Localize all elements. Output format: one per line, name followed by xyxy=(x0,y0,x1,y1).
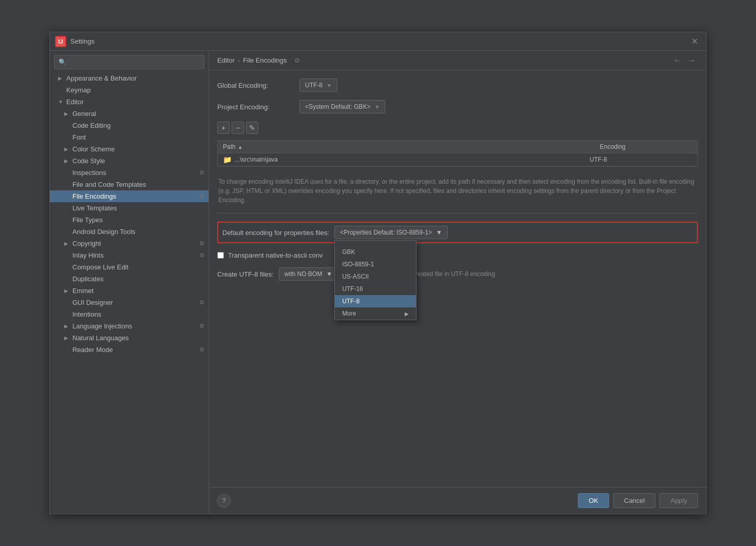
sidebar-item-general[interactable]: ▶General xyxy=(50,108,209,120)
sidebar-item-appearance[interactable]: ▶Appearance & Behavior xyxy=(50,72,209,84)
help-button[interactable]: ? xyxy=(217,494,231,508)
utf8-label: Create UTF-8 files: xyxy=(217,270,274,278)
sidebar-item-label: File Encodings xyxy=(72,192,116,200)
settings-icon: ⚙ xyxy=(199,346,204,353)
app-icon: IJ xyxy=(55,36,66,47)
sidebar-item-file-types[interactable]: File Types xyxy=(50,214,209,226)
sidebar-item-editor[interactable]: ▼Editor xyxy=(50,96,209,108)
project-encoding-dropdown[interactable]: <System Default: GBK> ▼ xyxy=(299,100,385,113)
sidebar-item-label: Compose Live Edit xyxy=(72,263,128,271)
sidebar-item-label: Color Scheme xyxy=(72,145,115,153)
sidebar-item-label: Inlay Hints xyxy=(72,251,104,259)
search-box[interactable]: 🔍 xyxy=(54,55,204,69)
sidebar-item-android-design-tools[interactable]: Android Design Tools xyxy=(50,226,209,238)
title-bar: IJ Settings ✕ xyxy=(50,32,706,51)
cancel-button[interactable]: Cancel xyxy=(613,493,655,508)
close-button[interactable]: ✕ xyxy=(688,35,701,47)
dropdown-option-utf-8[interactable]: UTF-8 xyxy=(335,295,416,307)
table-row[interactable]: 📁 ...\src\main\java UTF-8 xyxy=(218,153,697,166)
sidebar-item-font[interactable]: Font xyxy=(50,131,209,143)
sidebar-item-file-code-templates[interactable]: File and Code Templates xyxy=(50,179,209,190)
back-arrow[interactable]: ← xyxy=(671,55,684,66)
properties-dropdown-arrow: ▼ xyxy=(436,229,442,236)
sidebar-item-label: Copyright xyxy=(72,240,101,247)
project-encoding-row: Project Encoding: <System Default: GBK> … xyxy=(217,100,698,113)
utf8-dropdown[interactable]: with NO BOM ▼ xyxy=(279,267,338,281)
toolbar-row: + − ✎ xyxy=(217,122,698,134)
global-encoding-dropdown[interactable]: UTF-8 ▼ xyxy=(299,79,337,92)
sidebar-item-label: Font xyxy=(72,133,86,141)
sidebar-item-natural-languages[interactable]: ▶Natural Languages xyxy=(50,332,209,344)
sidebar-item-label: Intentions xyxy=(72,310,101,318)
properties-encoding-label: Default encoding for properties files: xyxy=(222,229,329,237)
sidebar-item-code-style[interactable]: ▶Code Style xyxy=(50,155,209,167)
settings-icon: ⚙ xyxy=(199,169,204,176)
properties-dropdown-wrapper: <Properties Default: ISO-8859-1> ▼ GBKIS… xyxy=(334,226,448,239)
transparent-checkbox-label: Transparent native-to-ascii conv xyxy=(228,251,323,259)
sidebar-item-label: Code Editing xyxy=(72,122,110,129)
sidebar-item-code-editing[interactable]: Code Editing xyxy=(50,120,209,131)
sidebar-item-gui-designer[interactable]: GUI Designer⚙ xyxy=(50,297,209,308)
properties-encoding-row: Default encoding for properties files: <… xyxy=(217,222,698,243)
apply-button[interactable]: Apply xyxy=(659,493,698,508)
file-encodings-table: Path ▲ Encoding 📁 ...\src\main\java UTF-… xyxy=(217,140,698,167)
chevron-icon: ▶ xyxy=(64,323,70,329)
panel-header: Editor › File Encodings ⚙ ← → xyxy=(209,51,706,70)
sort-arrow: ▲ xyxy=(238,144,243,150)
sidebar-item-label: Code Style xyxy=(72,157,105,165)
chevron-icon: ▶ xyxy=(58,75,64,81)
utf8-dropdown-arrow: ▼ xyxy=(326,270,332,278)
transparent-checkbox[interactable] xyxy=(217,252,224,259)
sidebar-item-color-scheme[interactable]: ▶Color Scheme xyxy=(50,143,209,155)
sidebar-item-label: Android Design Tools xyxy=(72,228,136,236)
sidebar-item-intentions[interactable]: Intentions xyxy=(50,308,209,320)
main-content: 🔍 ▶Appearance & BehaviorKeymap▼Editor▶Ge… xyxy=(50,51,706,514)
global-encoding-row: Global Encoding: UTF-8 ▼ xyxy=(217,79,698,92)
dropdown-option-iso-8859-1[interactable]: ISO-8859-1 xyxy=(335,258,416,270)
dropdown-option-more[interactable]: More▶ xyxy=(335,307,416,320)
info-text: To change encoding IntelliJ IDEA uses fo… xyxy=(217,177,698,205)
chevron-icon: ▼ xyxy=(58,99,64,105)
ok-button[interactable]: OK xyxy=(578,493,609,508)
sidebar-item-reader-mode[interactable]: Reader Mode⚙ xyxy=(50,344,209,356)
global-encoding-arrow: ▼ xyxy=(327,83,332,88)
sidebar-item-compose-live-edit[interactable]: Compose Live Edit xyxy=(50,261,209,273)
project-encoding-label: Project Encoding: xyxy=(217,103,294,111)
edit-button[interactable]: ✎ xyxy=(246,122,258,134)
properties-encoding-section: Default encoding for properties files: <… xyxy=(217,222,698,243)
chevron-icon: ▶ xyxy=(64,111,70,116)
sidebar-item-emmet[interactable]: ▶Emmet xyxy=(50,285,209,297)
sidebar-item-duplicates[interactable]: Duplicates xyxy=(50,273,209,285)
path-cell: 📁 ...\src\main\java xyxy=(223,155,590,164)
sidebar-item-copyright[interactable]: ▶Copyright⚙ xyxy=(50,238,209,249)
sidebar-item-inspections[interactable]: Inspections⚙ xyxy=(50,167,209,179)
separator xyxy=(217,213,698,213)
breadcrumb-sep: › xyxy=(238,56,240,64)
sidebar-item-file-encodings[interactable]: File Encodings⚙ xyxy=(50,190,209,202)
dropdown-option-us-ascii[interactable]: US-ASCII xyxy=(335,270,416,283)
sidebar-item-label: Inspections xyxy=(72,169,106,177)
dropdown-option-gbk[interactable]: GBK xyxy=(335,246,416,258)
remove-button[interactable]: − xyxy=(232,122,244,134)
dropdown-option-default[interactable] xyxy=(335,241,416,246)
sidebar-item-language-injections[interactable]: ▶Language Injections⚙ xyxy=(50,320,209,332)
sidebar-item-inlay-hints[interactable]: Inlay Hints⚙ xyxy=(50,249,209,261)
chevron-icon: ▶ xyxy=(64,158,70,164)
transparent-checkbox-row: Transparent native-to-ascii conv xyxy=(217,251,698,259)
forward-arrow[interactable]: → xyxy=(686,55,698,66)
add-button[interactable]: + xyxy=(217,122,230,134)
global-encoding-label: Global Encoding: xyxy=(217,82,294,89)
path-header: Path ▲ xyxy=(218,141,595,153)
sidebar-item-keymap[interactable]: Keymap xyxy=(50,84,209,96)
encoding-header: Encoding xyxy=(595,141,697,153)
search-input[interactable] xyxy=(69,59,200,66)
submenu-arrow: ▶ xyxy=(405,311,409,317)
search-icon: 🔍 xyxy=(59,59,66,66)
dropdown-option-utf-16[interactable]: UTF-16 xyxy=(335,283,416,295)
project-encoding-value: <System Default: GBK> xyxy=(305,103,370,110)
sidebar-item-live-templates[interactable]: Live Templates xyxy=(50,202,209,214)
sidebar-item-label: Emmet xyxy=(72,287,93,295)
sidebar-item-label: Editor xyxy=(66,98,84,106)
sidebar-item-label: Language Injections xyxy=(72,322,132,330)
properties-encoding-dropdown[interactable]: <Properties Default: ISO-8859-1> ▼ xyxy=(334,226,448,239)
